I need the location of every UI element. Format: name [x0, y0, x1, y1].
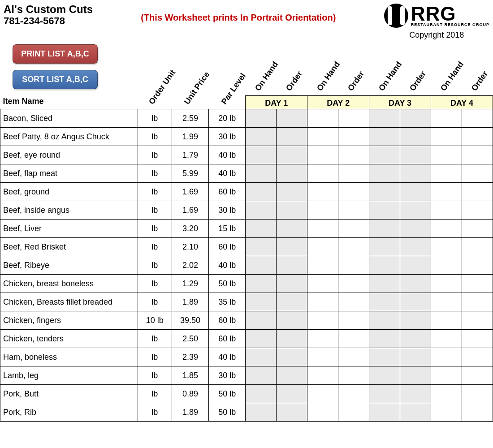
- cell-on-hand[interactable]: [246, 109, 277, 128]
- cell-order[interactable]: [277, 403, 307, 422]
- print-list-button[interactable]: PRINT LIST A,B,C: [13, 44, 98, 64]
- cell-on-hand[interactable]: [307, 109, 338, 128]
- cell-on-hand[interactable]: [369, 330, 400, 348]
- cell-order[interactable]: [277, 201, 307, 220]
- cell-order[interactable]: [400, 311, 431, 330]
- cell-order[interactable]: [338, 366, 369, 385]
- cell-order[interactable]: [462, 164, 493, 183]
- cell-order[interactable]: [400, 348, 431, 366]
- cell-on-hand[interactable]: [307, 366, 338, 385]
- cell-on-hand[interactable]: [307, 183, 338, 201]
- cell-order[interactable]: [277, 348, 307, 366]
- cell-order[interactable]: [462, 256, 493, 275]
- cell-on-hand[interactable]: [431, 311, 462, 330]
- cell-on-hand[interactable]: [246, 220, 277, 238]
- cell-on-hand[interactable]: [246, 146, 277, 164]
- cell-order[interactable]: [277, 275, 307, 293]
- cell-on-hand[interactable]: [369, 146, 400, 164]
- cell-on-hand[interactable]: [369, 293, 400, 311]
- cell-order[interactable]: [462, 275, 493, 293]
- sort-list-button[interactable]: SORT LIST A,B,C: [13, 70, 98, 89]
- cell-on-hand[interactable]: [369, 164, 400, 183]
- cell-order[interactable]: [277, 146, 307, 164]
- cell-on-hand[interactable]: [431, 403, 462, 422]
- cell-on-hand[interactable]: [431, 220, 462, 238]
- cell-on-hand[interactable]: [246, 348, 277, 366]
- cell-on-hand[interactable]: [369, 128, 400, 146]
- cell-on-hand[interactable]: [307, 256, 338, 275]
- cell-on-hand[interactable]: [431, 366, 462, 385]
- cell-on-hand[interactable]: [307, 385, 338, 403]
- cell-order[interactable]: [462, 330, 493, 348]
- cell-order[interactable]: [400, 109, 431, 128]
- cell-order[interactable]: [277, 183, 307, 201]
- cell-order[interactable]: [338, 201, 369, 220]
- cell-on-hand[interactable]: [431, 348, 462, 366]
- cell-order[interactable]: [400, 275, 431, 293]
- cell-on-hand[interactable]: [369, 238, 400, 256]
- cell-order[interactable]: [462, 385, 493, 403]
- cell-on-hand[interactable]: [246, 403, 277, 422]
- cell-on-hand[interactable]: [246, 366, 277, 385]
- cell-order[interactable]: [400, 238, 431, 256]
- cell-on-hand[interactable]: [369, 348, 400, 366]
- cell-order[interactable]: [462, 183, 493, 201]
- cell-on-hand[interactable]: [246, 293, 277, 311]
- cell-order[interactable]: [277, 385, 307, 403]
- cell-order[interactable]: [462, 311, 493, 330]
- cell-order[interactable]: [277, 220, 307, 238]
- cell-on-hand[interactable]: [431, 183, 462, 201]
- cell-on-hand[interactable]: [369, 366, 400, 385]
- cell-on-hand[interactable]: [307, 293, 338, 311]
- cell-order[interactable]: [462, 146, 493, 164]
- cell-order[interactable]: [462, 366, 493, 385]
- cell-on-hand[interactable]: [431, 256, 462, 275]
- cell-on-hand[interactable]: [431, 201, 462, 220]
- cell-order[interactable]: [462, 201, 493, 220]
- cell-order[interactable]: [400, 293, 431, 311]
- cell-on-hand[interactable]: [246, 238, 277, 256]
- cell-on-hand[interactable]: [431, 164, 462, 183]
- cell-on-hand[interactable]: [246, 311, 277, 330]
- cell-order[interactable]: [338, 146, 369, 164]
- cell-order[interactable]: [277, 128, 307, 146]
- cell-order[interactable]: [338, 183, 369, 201]
- cell-on-hand[interactable]: [307, 146, 338, 164]
- cell-on-hand[interactable]: [246, 201, 277, 220]
- cell-order[interactable]: [462, 109, 493, 128]
- cell-on-hand[interactable]: [307, 311, 338, 330]
- cell-order[interactable]: [462, 220, 493, 238]
- cell-order[interactable]: [338, 164, 369, 183]
- cell-on-hand[interactable]: [431, 146, 462, 164]
- cell-order[interactable]: [338, 348, 369, 366]
- cell-on-hand[interactable]: [246, 183, 277, 201]
- cell-on-hand[interactable]: [307, 238, 338, 256]
- cell-on-hand[interactable]: [307, 330, 338, 348]
- cell-order[interactable]: [400, 201, 431, 220]
- cell-on-hand[interactable]: [431, 275, 462, 293]
- cell-on-hand[interactable]: [369, 109, 400, 128]
- cell-on-hand[interactable]: [307, 220, 338, 238]
- cell-order[interactable]: [400, 220, 431, 238]
- cell-on-hand[interactable]: [369, 311, 400, 330]
- cell-on-hand[interactable]: [431, 238, 462, 256]
- cell-on-hand[interactable]: [246, 164, 277, 183]
- cell-order[interactable]: [400, 366, 431, 385]
- cell-on-hand[interactable]: [307, 128, 338, 146]
- cell-on-hand[interactable]: [307, 201, 338, 220]
- cell-on-hand[interactable]: [307, 348, 338, 366]
- cell-order[interactable]: [462, 293, 493, 311]
- cell-order[interactable]: [462, 348, 493, 366]
- cell-order[interactable]: [338, 109, 369, 128]
- cell-order[interactable]: [277, 164, 307, 183]
- cell-order[interactable]: [338, 128, 369, 146]
- cell-on-hand[interactable]: [246, 128, 277, 146]
- cell-on-hand[interactable]: [431, 293, 462, 311]
- cell-order[interactable]: [277, 330, 307, 348]
- cell-order[interactable]: [400, 146, 431, 164]
- cell-on-hand[interactable]: [369, 201, 400, 220]
- cell-order[interactable]: [338, 256, 369, 275]
- cell-order[interactable]: [338, 293, 369, 311]
- cell-order[interactable]: [400, 164, 431, 183]
- cell-on-hand[interactable]: [431, 385, 462, 403]
